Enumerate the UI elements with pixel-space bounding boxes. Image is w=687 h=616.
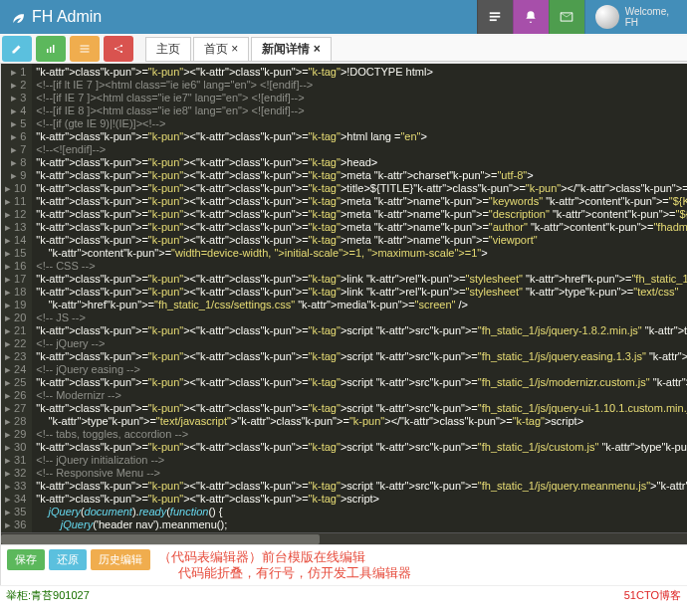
footer-buttons: 保存还原历史编辑	[7, 549, 150, 570]
svg-rect-9	[81, 51, 90, 52]
top-actions: Welcome, FH	[477, 0, 687, 34]
tool-chart[interactable]	[36, 36, 66, 62]
footer-note-line2: 代码能折叠，有行号，仿开发工具编辑器	[158, 565, 411, 581]
horizontal-scrollbar[interactable]	[1, 532, 687, 544]
svg-rect-2	[490, 19, 497, 21]
tool-share[interactable]	[104, 36, 133, 62]
tab-1[interactable]: 首页 ×	[193, 37, 249, 61]
svg-rect-7	[81, 45, 90, 46]
svg-point-12	[120, 51, 122, 53]
footer-note-line1: （代码表编辑器）前台模版在线编辑	[158, 549, 411, 565]
tool-list[interactable]	[70, 36, 100, 62]
brand: FH Admin	[0, 8, 102, 26]
tab-0[interactable]: 主页	[145, 37, 191, 61]
tool-edit[interactable]	[2, 36, 32, 62]
cto-label: 51CTO博客	[624, 588, 681, 603]
bottom-bar: 举柜:青苔901027 51CTO博客	[0, 585, 687, 605]
user-menu[interactable]: Welcome, FH	[584, 0, 687, 34]
footer-button-2[interactable]: 历史编辑	[91, 549, 150, 570]
svg-rect-0	[490, 12, 501, 14]
welcome-label: Welcome,	[625, 6, 669, 17]
toolbar-row: 主页首页 ×新闻详情 ×	[0, 34, 687, 64]
messages-button[interactable]	[549, 0, 584, 34]
avatar	[595, 5, 619, 29]
welcome-block: Welcome, FH	[625, 6, 683, 28]
code-content[interactable]: "k-attr">class"k-pun">="k-pun"><"k-attr"…	[32, 64, 687, 532]
svg-rect-4	[47, 49, 49, 53]
footer-bar: 保存还原历史编辑 （代码表编辑器）前台模版在线编辑 代码能折叠，有行号，仿开发工…	[1, 544, 687, 585]
svg-rect-8	[81, 48, 90, 49]
qq-label: 举柜:青苔901027	[6, 588, 90, 603]
welcome-user: FH	[625, 17, 669, 28]
notifications-button[interactable]	[513, 0, 549, 34]
tab-2[interactable]: 新闻详情 ×	[251, 37, 331, 61]
svg-point-11	[120, 45, 122, 47]
svg-rect-1	[490, 16, 501, 18]
tasks-button[interactable]	[477, 0, 513, 34]
brand-text: FH Admin	[32, 8, 102, 26]
editor-area: ▸ 1▸ 2▸ 3▸ 4▸ 5▸ 6▸ 7▸ 8▸ 9▸ 10▸ 11▸ 12▸…	[1, 64, 687, 585]
leaf-icon	[10, 9, 26, 25]
scroll-thumb[interactable]	[1, 534, 320, 544]
footer-button-1[interactable]: 还原	[49, 549, 87, 570]
footer-note: （代码表编辑器）前台模版在线编辑 代码能折叠，有行号，仿开发工具编辑器	[158, 549, 411, 581]
tabs-bar: 主页首页 ×新闻详情 ×	[145, 36, 687, 62]
svg-rect-5	[50, 47, 52, 53]
gutter: ▸ 1▸ 2▸ 3▸ 4▸ 5▸ 6▸ 7▸ 8▸ 9▸ 10▸ 11▸ 12▸…	[1, 64, 32, 532]
svg-rect-6	[53, 45, 55, 53]
footer-button-0[interactable]: 保存	[7, 549, 45, 570]
code-editor[interactable]: ▸ 1▸ 2▸ 3▸ 4▸ 5▸ 6▸ 7▸ 8▸ 9▸ 10▸ 11▸ 12▸…	[1, 64, 687, 532]
topbar: FH Admin Welcome, FH	[0, 0, 687, 34]
